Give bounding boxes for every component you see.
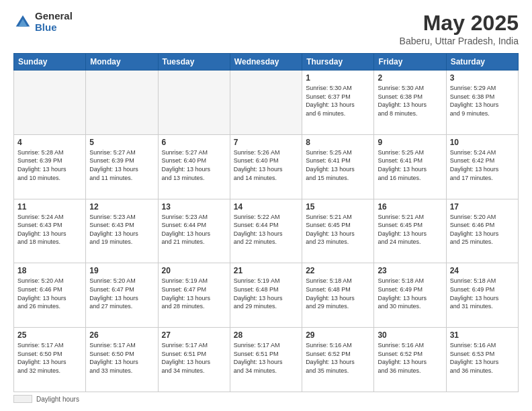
footer-note: Daylight hours: [13, 395, 519, 403]
calendar-cell: 20Sunrise: 5:19 AM Sunset: 6:47 PM Dayli…: [158, 263, 230, 328]
calendar-cell: 11Sunrise: 5:24 AM Sunset: 6:43 PM Dayli…: [14, 199, 86, 263]
day-number: 8: [306, 138, 370, 147]
day-info: Sunrise: 5:19 AM Sunset: 6:48 PM Dayligh…: [234, 277, 298, 310]
calendar-cell: 4Sunrise: 5:28 AM Sunset: 6:39 PM Daylig…: [14, 134, 86, 199]
logo-blue-text: Blue: [35, 22, 73, 34]
calendar-cell: [86, 71, 158, 135]
day-number: 15: [306, 202, 370, 212]
calendar-cell: 23Sunrise: 5:18 AM Sunset: 6:49 PM Dayli…: [374, 263, 446, 328]
main-title: May 2025: [400, 11, 519, 36]
calendar-cell: 2Sunrise: 5:30 AM Sunset: 6:38 PM Daylig…: [374, 71, 446, 135]
subtitle: Baberu, Uttar Pradesh, India: [400, 36, 519, 46]
calendar-cell: 26Sunrise: 5:17 AM Sunset: 6:50 PM Dayli…: [86, 328, 158, 392]
day-number: 21: [234, 266, 298, 275]
calendar-cell: 29Sunrise: 5:16 AM Sunset: 6:52 PM Dayli…: [302, 328, 374, 392]
day-info: Sunrise: 5:24 AM Sunset: 6:42 PM Dayligh…: [450, 148, 515, 182]
day-number: 5: [89, 138, 154, 147]
calendar-cell: 14Sunrise: 5:22 AM Sunset: 6:44 PM Dayli…: [230, 199, 302, 263]
day-info: Sunrise: 5:20 AM Sunset: 6:47 PM Dayligh…: [89, 277, 154, 310]
day-info: Sunrise: 5:25 AM Sunset: 6:41 PM Dayligh…: [306, 148, 370, 182]
day-info: Sunrise: 5:26 AM Sunset: 6:40 PM Dayligh…: [234, 148, 298, 182]
calendar-cell: 3Sunrise: 5:29 AM Sunset: 6:38 PM Daylig…: [446, 71, 518, 135]
day-info: Sunrise: 5:29 AM Sunset: 6:38 PM Dayligh…: [450, 84, 515, 118]
day-info: Sunrise: 5:16 AM Sunset: 6:53 PM Dayligh…: [450, 341, 515, 375]
calendar-cell: [158, 71, 230, 135]
day-number: 18: [17, 266, 82, 275]
calendar-cell: 7Sunrise: 5:26 AM Sunset: 6:40 PM Daylig…: [230, 134, 302, 199]
calendar-week-2: 4Sunrise: 5:28 AM Sunset: 6:39 PM Daylig…: [14, 134, 519, 199]
day-info: Sunrise: 5:28 AM Sunset: 6:39 PM Dayligh…: [17, 148, 82, 182]
day-info: Sunrise: 5:30 AM Sunset: 6:37 PM Dayligh…: [306, 84, 370, 118]
col-header-sunday: Sunday: [14, 54, 86, 71]
day-number: 20: [162, 266, 226, 275]
day-number: 14: [234, 202, 298, 212]
day-number: 16: [378, 202, 442, 212]
day-number: 17: [450, 202, 515, 212]
calendar-cell: 13Sunrise: 5:23 AM Sunset: 6:44 PM Dayli…: [158, 199, 230, 263]
day-number: 25: [17, 330, 82, 340]
day-number: 4: [17, 138, 82, 147]
day-number: 26: [89, 330, 154, 340]
calendar-header-row: SundayMondayTuesdayWednesdayThursdayFrid…: [14, 54, 519, 71]
day-info: Sunrise: 5:27 AM Sunset: 6:40 PM Dayligh…: [162, 148, 226, 182]
day-number: 13: [162, 202, 226, 212]
calendar-week-5: 25Sunrise: 5:17 AM Sunset: 6:50 PM Dayli…: [14, 328, 519, 392]
calendar-cell: [230, 71, 302, 135]
calendar-cell: 18Sunrise: 5:20 AM Sunset: 6:46 PM Dayli…: [14, 263, 86, 328]
day-info: Sunrise: 5:20 AM Sunset: 6:46 PM Dayligh…: [17, 277, 82, 310]
day-number: 28: [234, 330, 298, 340]
day-number: 9: [378, 138, 442, 147]
day-info: Sunrise: 5:23 AM Sunset: 6:44 PM Dayligh…: [162, 213, 226, 246]
calendar-cell: 16Sunrise: 5:21 AM Sunset: 6:45 PM Dayli…: [374, 199, 446, 263]
calendar-cell: 5Sunrise: 5:27 AM Sunset: 6:39 PM Daylig…: [86, 134, 158, 199]
daylight-label: Daylight hours: [36, 396, 79, 403]
day-number: 10: [450, 138, 515, 147]
col-header-tuesday: Tuesday: [158, 54, 230, 71]
calendar-week-1: 1Sunrise: 5:30 AM Sunset: 6:37 PM Daylig…: [14, 71, 519, 135]
day-info: Sunrise: 5:16 AM Sunset: 6:52 PM Dayligh…: [306, 341, 370, 375]
day-number: 12: [89, 202, 154, 212]
daylight-legend-box: [13, 395, 32, 403]
calendar-cell: 28Sunrise: 5:17 AM Sunset: 6:51 PM Dayli…: [230, 328, 302, 392]
calendar-cell: 25Sunrise: 5:17 AM Sunset: 6:50 PM Dayli…: [14, 328, 86, 392]
day-info: Sunrise: 5:25 AM Sunset: 6:41 PM Dayligh…: [378, 148, 442, 182]
logo: General Blue: [13, 11, 73, 33]
day-number: 31: [450, 330, 515, 340]
title-block: May 2025 Baberu, Uttar Pradesh, India: [400, 11, 519, 46]
day-info: Sunrise: 5:17 AM Sunset: 6:51 PM Dayligh…: [234, 341, 298, 375]
day-number: 7: [234, 138, 298, 147]
day-number: 27: [162, 330, 226, 340]
day-info: Sunrise: 5:20 AM Sunset: 6:46 PM Dayligh…: [450, 213, 515, 246]
day-number: 1: [306, 73, 370, 83]
day-info: Sunrise: 5:17 AM Sunset: 6:51 PM Dayligh…: [162, 341, 226, 375]
header: General Blue May 2025 Baberu, Uttar Prad…: [13, 11, 519, 46]
day-number: 30: [378, 330, 442, 340]
calendar-cell: 31Sunrise: 5:16 AM Sunset: 6:53 PM Dayli…: [446, 328, 518, 392]
calendar-cell: 8Sunrise: 5:25 AM Sunset: 6:41 PM Daylig…: [302, 134, 374, 199]
day-info: Sunrise: 5:17 AM Sunset: 6:50 PM Dayligh…: [89, 341, 154, 375]
day-info: Sunrise: 5:19 AM Sunset: 6:47 PM Dayligh…: [162, 277, 226, 310]
day-info: Sunrise: 5:18 AM Sunset: 6:49 PM Dayligh…: [378, 277, 442, 310]
day-number: 2: [378, 73, 442, 83]
day-number: 11: [17, 202, 82, 212]
col-header-saturday: Saturday: [446, 54, 518, 71]
calendar-cell: 22Sunrise: 5:18 AM Sunset: 6:48 PM Dayli…: [302, 263, 374, 328]
calendar-cell: 21Sunrise: 5:19 AM Sunset: 6:48 PM Dayli…: [230, 263, 302, 328]
calendar-body: 1Sunrise: 5:30 AM Sunset: 6:37 PM Daylig…: [14, 71, 519, 392]
calendar-week-3: 11Sunrise: 5:24 AM Sunset: 6:43 PM Dayli…: [14, 199, 519, 263]
calendar-cell: 27Sunrise: 5:17 AM Sunset: 6:51 PM Dayli…: [158, 328, 230, 392]
calendar-cell: 1Sunrise: 5:30 AM Sunset: 6:37 PM Daylig…: [302, 71, 374, 135]
col-header-thursday: Thursday: [302, 54, 374, 71]
day-number: 19: [89, 266, 154, 275]
logo-general-text: General: [35, 11, 73, 22]
logo-icon: [13, 13, 32, 32]
day-info: Sunrise: 5:21 AM Sunset: 6:45 PM Dayligh…: [378, 213, 442, 246]
calendar-cell: 17Sunrise: 5:20 AM Sunset: 6:46 PM Dayli…: [446, 199, 518, 263]
calendar-table: SundayMondayTuesdayWednesdayThursdayFrid…: [13, 53, 519, 392]
day-info: Sunrise: 5:21 AM Sunset: 6:45 PM Dayligh…: [306, 213, 370, 246]
calendar-cell: 10Sunrise: 5:24 AM Sunset: 6:42 PM Dayli…: [446, 134, 518, 199]
day-number: 24: [450, 266, 515, 275]
logo-text: General Blue: [35, 11, 73, 33]
day-number: 6: [162, 138, 226, 147]
day-info: Sunrise: 5:27 AM Sunset: 6:39 PM Dayligh…: [89, 148, 154, 182]
